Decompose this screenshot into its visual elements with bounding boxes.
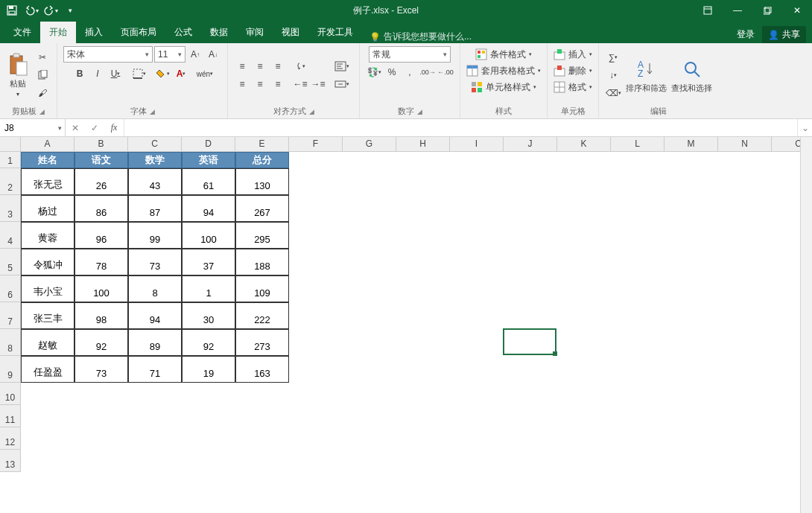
col-header[interactable]: B <box>74 137 128 152</box>
fill-handle[interactable] <box>553 351 557 356</box>
formula-input[interactable] <box>124 119 797 136</box>
decrease-decimal-button[interactable]: ←.00 <box>437 64 454 80</box>
percent-button[interactable]: % <box>384 64 400 80</box>
align-center-button[interactable]: ≡ <box>252 76 268 92</box>
col-header[interactable]: J <box>504 137 557 152</box>
qat-customize[interactable]: ▾ <box>61 1 79 19</box>
cell[interactable]: 273 <box>235 329 289 356</box>
orientation-button[interactable]: ⤹▾ <box>292 58 308 74</box>
row-header[interactable]: 11 <box>0 405 21 427</box>
cell[interactable]: 73 <box>128 249 182 275</box>
row-header[interactable]: 9 <box>0 356 21 383</box>
cell[interactable]: 188 <box>235 249 289 275</box>
row-header[interactable]: 12 <box>0 427 21 450</box>
ribbon-options-button[interactable] <box>693 0 723 21</box>
cell[interactable]: 令狐冲 <box>21 249 74 275</box>
cell[interactable]: 数学 <box>128 152 182 168</box>
share-button[interactable]: 👤共享 <box>762 26 806 43</box>
tell-me[interactable]: 💡告诉我您想要做什么... <box>369 31 472 43</box>
increase-decimal-button[interactable]: .00→ <box>419 64 436 80</box>
row-header[interactable]: 13 <box>0 450 21 472</box>
row-header[interactable]: 10 <box>0 383 21 405</box>
row-header[interactable]: 3 <box>0 195 21 222</box>
col-header[interactable]: D <box>182 137 235 152</box>
row-header[interactable]: 4 <box>0 222 21 249</box>
cell[interactable]: 98 <box>74 302 128 329</box>
align-bottom-button[interactable]: ≡ <box>270 58 286 74</box>
cell-styles-button[interactable]: 单元格样式▾ <box>471 79 536 95</box>
currency-button[interactable]: 💱▾ <box>366 64 382 80</box>
delete-cells-button[interactable]: 删除▾ <box>554 63 592 79</box>
clipboard-launcher[interactable]: ◢ <box>39 108 45 115</box>
col-header[interactable]: C <box>128 137 182 152</box>
cell[interactable]: 109 <box>235 275 289 302</box>
format-cells-button[interactable]: 格式▾ <box>554 79 592 95</box>
tab-file[interactable]: 文件 <box>4 22 40 43</box>
paste-button[interactable]: 粘贴▾ <box>6 53 30 98</box>
cell[interactable]: 19 <box>182 356 235 383</box>
col-header[interactable]: M <box>664 137 718 152</box>
cell[interactable]: 222 <box>235 302 289 329</box>
clear-button[interactable]: ⌫▾ <box>605 85 621 101</box>
cell[interactable]: 73 <box>74 356 128 383</box>
sort-filter-button[interactable]: AZ 排序和筛选 <box>626 57 667 94</box>
cell[interactable]: 86 <box>74 195 128 222</box>
tab-layout[interactable]: 页面布局 <box>112 22 165 43</box>
cell[interactable]: 26 <box>74 168 128 195</box>
cell[interactable]: 韦小宝 <box>21 275 74 302</box>
tab-formulas[interactable]: 公式 <box>165 22 201 43</box>
number-format-combo[interactable]: 常规▾ <box>369 46 451 63</box>
cell[interactable]: 163 <box>235 356 289 383</box>
italic-button[interactable]: I <box>89 66 106 82</box>
cell[interactable]: 94 <box>182 195 235 222</box>
cell[interactable]: 姓名 <box>21 152 74 168</box>
cell[interactable]: 张三丰 <box>21 302 74 329</box>
fx-button[interactable]: fx <box>104 122 124 133</box>
cancel-formula-button[interactable]: ✕ <box>66 123 85 133</box>
col-header[interactable]: L <box>611 137 664 152</box>
spreadsheet-grid[interactable]: ABCDEFGHIJKLMNC 12345678910111213 姓名语文数学… <box>0 137 812 513</box>
fill-button[interactable]: ↓▾ <box>605 67 621 83</box>
cell[interactable]: 英语 <box>182 152 235 168</box>
select-all-corner[interactable] <box>0 137 21 152</box>
row-header[interactable]: 8 <box>0 329 21 356</box>
number-launcher[interactable]: ◢ <box>417 108 422 115</box>
tab-data[interactable]: 数据 <box>201 22 237 43</box>
cut-button[interactable]: ✂ <box>34 49 51 66</box>
cell[interactable]: 78 <box>74 249 128 275</box>
login-link[interactable]: 登录 <box>737 28 755 41</box>
font-color-button[interactable]: A▾ <box>173 66 189 82</box>
col-header[interactable]: A <box>21 137 74 152</box>
align-top-button[interactable]: ≡ <box>234 58 250 74</box>
wrap-text-button[interactable]: ▾ <box>331 58 353 74</box>
increase-font-button[interactable]: A↑ <box>187 46 203 63</box>
copy-button[interactable] <box>34 67 51 83</box>
cell[interactable]: 总分 <box>235 152 289 168</box>
row-header[interactable]: 1 <box>0 152 21 168</box>
autosum-button[interactable]: ∑▾ <box>605 49 621 66</box>
conditional-format-button[interactable]: 条件格式▾ <box>475 46 532 63</box>
cell[interactable]: 96 <box>74 222 128 249</box>
cell[interactable]: 87 <box>128 195 182 222</box>
align-launcher[interactable]: ◢ <box>309 108 314 115</box>
align-right-button[interactable]: ≡ <box>270 76 286 92</box>
vertical-scrollbar[interactable] <box>800 137 812 513</box>
font-name-combo[interactable]: 宋体▾ <box>63 46 153 63</box>
tab-view[interactable]: 视图 <box>273 22 308 43</box>
row-header[interactable]: 7 <box>0 302 21 329</box>
underline-button[interactable]: U▾ <box>107 66 124 82</box>
bold-button[interactable]: B <box>72 66 88 82</box>
tab-insert[interactable]: 插入 <box>76 22 112 43</box>
cell[interactable]: 99 <box>128 222 182 249</box>
cell[interactable]: 黄蓉 <box>21 222 74 249</box>
cell[interactable]: 张无忌 <box>21 168 74 195</box>
find-select-button[interactable]: 查找和选择 <box>671 57 712 94</box>
cell[interactable]: 100 <box>74 275 128 302</box>
redo-button[interactable]: ▾ <box>42 1 60 19</box>
comma-button[interactable]: , <box>402 64 418 80</box>
cell[interactable]: 130 <box>235 168 289 195</box>
col-header[interactable]: N <box>718 137 772 152</box>
cell[interactable]: 1 <box>182 275 235 302</box>
cell[interactable]: 杨过 <box>21 195 74 222</box>
table-format-button[interactable]: 套用表格格式▾ <box>466 63 541 79</box>
